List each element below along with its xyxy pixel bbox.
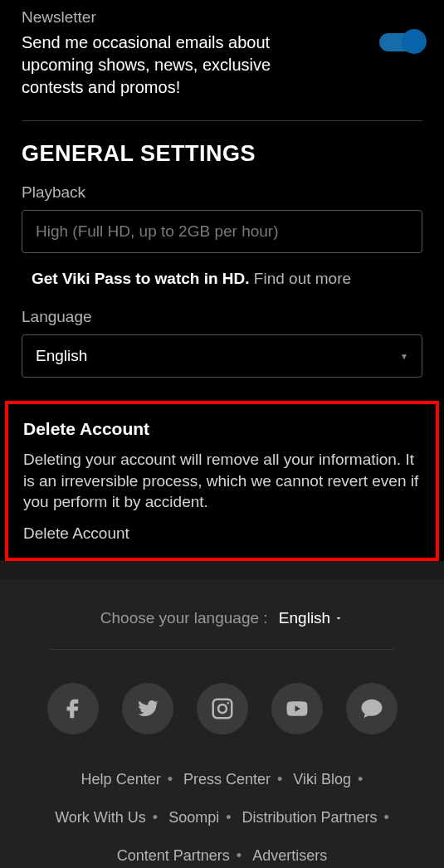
youtube-icon — [285, 696, 310, 721]
footer-link[interactable]: Distribution Partners — [242, 809, 377, 826]
chevron-down-icon — [334, 609, 344, 627]
footer-link[interactable]: Advertisers — [252, 847, 327, 864]
delete-account-title: Delete Account — [23, 419, 421, 439]
footer-links-row-2: Work With Us• Soompi• Distribution Partn… — [17, 802, 427, 832]
footer-link[interactable]: Viki Blog — [293, 771, 351, 788]
find-out-more-link[interactable]: Find out more — [254, 270, 351, 287]
twitter-icon — [135, 696, 160, 721]
twitter-button[interactable] — [122, 683, 173, 734]
language-label: Language — [22, 308, 422, 326]
footer: Choose your language : English Help Cent… — [0, 579, 444, 868]
divider — [22, 120, 422, 121]
footer-language-selector[interactable]: Choose your language : English — [17, 609, 427, 627]
instagram-button[interactable] — [197, 683, 248, 734]
playback-label: Playback — [22, 183, 422, 202]
footer-links-row-3: Content Partners• Advertisers — [17, 841, 427, 868]
hd-hint: Get Viki Pass to watch in HD. Find out m… — [22, 270, 422, 288]
newsletter-title: Newsletter — [22, 8, 329, 27]
chat-icon — [359, 696, 384, 721]
delete-account-description: Deleting your account will remove all yo… — [23, 449, 421, 513]
delete-account-section: Delete Account Deleting your account wil… — [5, 401, 439, 561]
hd-hint-text: Get Viki Pass to watch in HD. — [32, 270, 250, 287]
newsletter-section: Newsletter Send me occasional emails abo… — [22, 8, 422, 115]
footer-lang-label: Choose your language : — [100, 609, 268, 627]
footer-link[interactable]: Content Partners — [117, 847, 230, 864]
footer-link[interactable]: Press Center — [183, 771, 271, 788]
playback-select[interactable]: High (Full HD, up to 2GB per hour) — [22, 210, 422, 253]
footer-divider — [50, 649, 394, 650]
general-settings-heading: GENERAL SETTINGS — [22, 141, 422, 167]
footer-lang-value: English — [279, 609, 344, 627]
footer-link[interactable]: Soompi — [168, 809, 219, 826]
chevron-down-icon: ▼ — [400, 352, 408, 361]
language-select[interactable]: English ▼ — [22, 334, 422, 378]
social-links — [17, 683, 427, 734]
instagram-icon — [210, 696, 235, 721]
footer-link[interactable]: Help Center — [81, 771, 161, 788]
facebook-icon — [61, 696, 85, 721]
chat-button[interactable] — [346, 683, 398, 734]
language-value: English — [36, 347, 87, 365]
playback-value: High (Full HD, up to 2GB per hour) — [36, 222, 279, 240]
footer-links-row-1: Help Center• Press Center• Viki Blog• — [17, 764, 427, 794]
youtube-button[interactable] — [271, 683, 323, 734]
footer-link[interactable]: Work With Us — [55, 809, 146, 826]
facebook-button[interactable] — [47, 683, 99, 734]
newsletter-toggle[interactable] — [379, 33, 422, 51]
delete-account-link[interactable]: Delete Account — [23, 524, 421, 543]
newsletter-description: Send me occasional emails about upcoming… — [22, 32, 329, 99]
